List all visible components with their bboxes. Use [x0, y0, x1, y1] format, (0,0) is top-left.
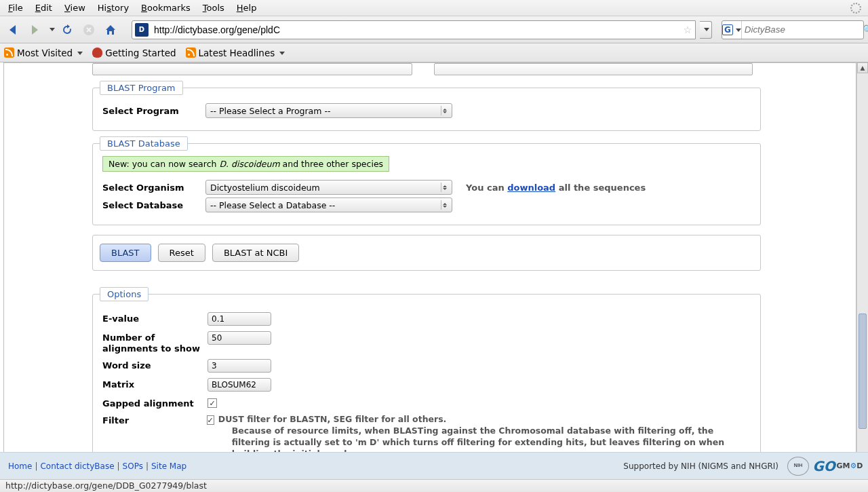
- download-sequences-text: You can download all the sequences: [466, 183, 646, 193]
- select-database-dropdown[interactable]: -- Please Select a Database --: [205, 197, 452, 212]
- forward-button[interactable]: [26, 21, 43, 39]
- dropdown-value: 50: [212, 333, 222, 343]
- menu-tools[interactable]: Tools: [197, 1, 230, 14]
- filter-checkbox[interactable]: ✓: [207, 415, 214, 425]
- bookmark-label: Most Visited: [17, 48, 73, 58]
- menu-edit[interactable]: Edit: [30, 1, 58, 14]
- blast-database-fieldset: BLAST Database New: you can now search D…: [92, 143, 761, 225]
- sequence-paste-input[interactable]: [434, 63, 753, 75]
- gmod-logo-icon: GM⚙D: [839, 457, 861, 476]
- footer-supported-text: Supported by NIH (NIGMS and NHGRI): [623, 461, 778, 471]
- options-fieldset: Options E-value 0.1 Number of alignments…: [92, 294, 761, 465]
- bookmark-getting-started[interactable]: Getting Started: [92, 48, 176, 58]
- top-input-row: [92, 63, 856, 75]
- bookmark-most-visited[interactable]: Most Visited: [4, 48, 83, 58]
- nav-toolbar: D ☆ G 🔍: [0, 16, 868, 43]
- menu-view[interactable]: View: [59, 1, 91, 14]
- search-input[interactable]: [742, 24, 863, 35]
- chevron-updown-icon: [441, 183, 448, 192]
- new-species-note: New: you can now search D. discoideum an…: [102, 156, 389, 172]
- nalign-select[interactable]: 50: [208, 331, 271, 345]
- fieldset-legend: BLAST Program: [100, 81, 183, 95]
- menu-bookmarks[interactable]: Bookmarks: [136, 1, 196, 14]
- dropdown-value: Dictyostelium discoideum: [210, 183, 320, 193]
- fieldset-legend: BLAST Database: [100, 136, 188, 151]
- bookmark-label: Latest Headlines: [199, 48, 275, 58]
- bookmark-icon: [92, 48, 102, 58]
- footer-sops-link[interactable]: SOPs: [123, 461, 143, 471]
- fieldset-legend: Options: [100, 287, 149, 301]
- url-history-dropdown[interactable]: [700, 21, 712, 39]
- folder-icon: [4, 48, 14, 58]
- rss-icon: [186, 48, 196, 58]
- select-program-dropdown[interactable]: -- Please Select a Program --: [205, 103, 452, 118]
- select-organism-dropdown[interactable]: Dictyostelium discoideum: [205, 180, 452, 195]
- go-logo-icon: GO: [813, 457, 835, 476]
- footer-home-link[interactable]: Home: [8, 461, 32, 471]
- reset-button[interactable]: Reset: [158, 244, 205, 262]
- footer-sitemap-link[interactable]: Site Map: [151, 461, 186, 471]
- page-body: BLAST Program Select Program -- Please S…: [3, 62, 856, 465]
- nih-logo-icon: NIH: [787, 457, 809, 476]
- home-button[interactable]: [102, 21, 119, 39]
- status-url-text: http://dictybase.org/gene/DDB_G0277949/b…: [5, 480, 207, 491]
- dropdown-value: BLOSUM62: [212, 380, 256, 390]
- activity-throbber-icon: [850, 3, 861, 14]
- bookmark-star-icon[interactable]: ☆: [680, 24, 695, 35]
- dropdown-value: 3: [212, 361, 217, 371]
- matrix-label: Matrix: [102, 378, 208, 390]
- reload-button[interactable]: [58, 21, 76, 39]
- dropdown-value: 0.1: [212, 314, 224, 324]
- search-engine-picker[interactable]: G: [722, 21, 742, 39]
- content-viewport: BLAST Program Select Program -- Please S…: [0, 62, 868, 465]
- matrix-select[interactable]: BLOSUM62: [208, 378, 271, 392]
- search-go-icon[interactable]: 🔍: [863, 24, 868, 35]
- history-dropdown-button[interactable]: [47, 28, 54, 31]
- menu-history[interactable]: History: [92, 1, 134, 14]
- bookmarks-toolbar: Most Visited Getting Started Latest Head…: [0, 43, 868, 62]
- menu-file[interactable]: File: [3, 1, 28, 14]
- evalue-select[interactable]: 0.1: [208, 312, 271, 326]
- url-bar: D ☆: [132, 20, 696, 39]
- select-program-label: Select Program: [102, 106, 205, 116]
- status-bar: http://dictybase.org/gene/DDB_G0277949/b…: [0, 479, 868, 492]
- vertical-scrollbar[interactable]: ▲ ▼: [856, 62, 868, 465]
- gapped-label: Gapped alignment: [102, 397, 208, 409]
- select-organism-label: Select Organism: [102, 183, 205, 193]
- wordsize-select[interactable]: 3: [208, 359, 271, 373]
- dropdown-value: -- Please Select a Database --: [210, 200, 335, 210]
- filter-label: Filter: [102, 414, 207, 425]
- back-button[interactable]: [4, 21, 22, 39]
- site-identity-icon[interactable]: D: [135, 23, 149, 37]
- footer-contact-link[interactable]: Contact dictyBase: [40, 461, 114, 471]
- chevron-updown-icon: [441, 106, 448, 115]
- url-input[interactable]: [151, 21, 680, 39]
- search-box: G 🔍: [722, 20, 864, 39]
- blast-button[interactable]: BLAST: [100, 244, 151, 262]
- bookmark-latest-headlines[interactable]: Latest Headlines: [186, 48, 285, 58]
- menu-bar: File Edit View History Bookmarks Tools H…: [0, 0, 868, 16]
- download-link[interactable]: download: [507, 183, 555, 193]
- action-button-row: BLAST Reset BLAST at NCBI: [92, 235, 761, 271]
- wordsize-label: Word size: [102, 359, 208, 371]
- blast-at-ncbi-button[interactable]: BLAST at NCBI: [212, 244, 299, 262]
- evalue-label: E-value: [102, 312, 208, 324]
- nalign-label: Number of alignments to show: [102, 331, 208, 354]
- select-database-label: Select Database: [102, 200, 205, 210]
- gapped-checkbox[interactable]: ✓: [208, 398, 217, 408]
- scroll-up-icon[interactable]: ▲: [857, 62, 868, 73]
- menu-help[interactable]: Help: [231, 1, 262, 14]
- bookmark-label: Getting Started: [105, 48, 176, 58]
- sequence-id-input[interactable]: [92, 63, 412, 75]
- dropdown-value: -- Please Select a Program --: [210, 106, 330, 116]
- scrollbar-thumb[interactable]: [859, 314, 867, 429]
- chevron-updown-icon: [441, 200, 448, 210]
- stop-button[interactable]: [80, 21, 98, 39]
- site-footer: Home| Contact dictyBase| SOPs| Site Map …: [0, 452, 868, 479]
- blast-program-fieldset: BLAST Program Select Program -- Please S…: [92, 88, 761, 131]
